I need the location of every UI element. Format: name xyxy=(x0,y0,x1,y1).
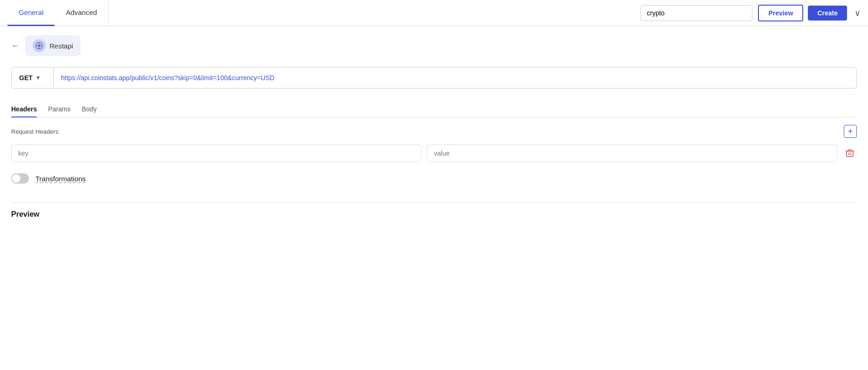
key-input[interactable] xyxy=(11,144,421,162)
transformations-row: Transformations xyxy=(11,173,857,184)
restapi-label: Restapi xyxy=(49,42,73,50)
back-row: ← Restapi xyxy=(11,35,857,56)
preview-title: Preview xyxy=(11,210,39,218)
add-icon: + xyxy=(848,127,853,137)
tab-general[interactable]: General xyxy=(7,0,55,26)
value-input[interactable] xyxy=(427,144,837,162)
sub-tab-headers[interactable]: Headers xyxy=(11,102,37,117)
request-headers-label: Request Headers xyxy=(11,128,58,135)
delete-row-button[interactable] xyxy=(843,146,857,160)
section-header: Request Headers + xyxy=(11,125,857,138)
url-row: GET ▼ xyxy=(11,67,857,89)
sub-tab-params[interactable]: Params xyxy=(48,102,70,117)
tab-divider xyxy=(108,0,109,26)
transformations-toggle[interactable] xyxy=(11,173,29,184)
preview-button[interactable]: Preview xyxy=(758,5,803,21)
svg-rect-6 xyxy=(847,151,853,157)
sub-tabs: Headers Params Body xyxy=(11,102,857,117)
svg-point-1 xyxy=(38,44,41,47)
search-input[interactable] xyxy=(641,5,752,21)
sub-tab-body[interactable]: Body xyxy=(82,102,97,117)
create-button[interactable]: Create xyxy=(808,6,847,21)
main-content: ← Restapi GET ▼ Headers Params xyxy=(0,26,868,228)
preview-section: Preview xyxy=(11,202,857,219)
restapi-badge: Restapi xyxy=(25,35,81,56)
tab-advanced[interactable]: Advanced xyxy=(55,0,108,26)
kv-row xyxy=(11,144,857,162)
back-arrow-icon[interactable]: ← xyxy=(11,41,20,51)
top-bar: General Advanced Preview Create ∨ xyxy=(0,0,868,26)
method-chevron-icon: ▼ xyxy=(35,75,41,81)
transformations-label: Transformations xyxy=(35,175,86,183)
chevron-down-icon[interactable]: ∨ xyxy=(854,8,861,18)
add-header-button[interactable]: + xyxy=(844,125,857,138)
restapi-icon xyxy=(33,39,46,52)
method-label: GET xyxy=(19,74,33,82)
url-input[interactable] xyxy=(54,68,856,88)
method-select[interactable]: GET ▼ xyxy=(12,68,54,88)
